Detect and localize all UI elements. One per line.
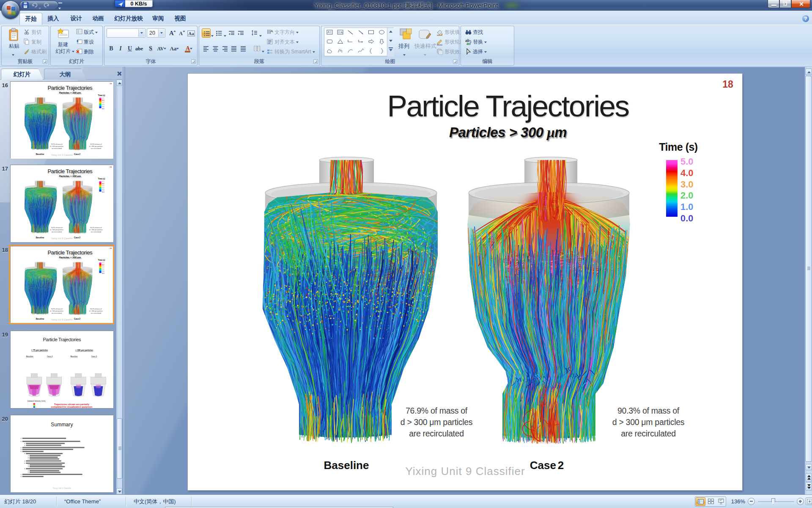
svg-text:Summary: Summary: [51, 422, 73, 428]
svg-text:> 300 μm particles: > 300 μm particles: [75, 349, 93, 351]
svg-text:completed for visualization pu: completed for visualization purposes: [51, 406, 93, 408]
svg-text:A: A: [328, 30, 330, 33]
svg-text:Baseline: Baseline: [71, 355, 78, 357]
svg-text:Upward Velocity (m/s): Upward Velocity (m/s): [27, 400, 46, 402]
svg-text:Baseline: Baseline: [26, 355, 33, 357]
svg-text:Case 2: Case 2: [91, 355, 97, 357]
svg-text:Trajectories shown are partial: Trajectories shown are partially: [54, 403, 90, 406]
svg-text:Case 2: Case 2: [47, 355, 53, 357]
svg-text:Yixing Unit 9 Classifier: Yixing Unit 9 Classifier: [52, 487, 71, 489]
svg-text:< 75 μm particles: < 75 μm particles: [31, 349, 48, 351]
svg-text:ac: ac: [466, 41, 471, 45]
svg-text:A: A: [271, 29, 273, 33]
svg-text:A: A: [340, 31, 343, 34]
svg-text:Particle Trajectories: Particle Trajectories: [43, 337, 82, 342]
